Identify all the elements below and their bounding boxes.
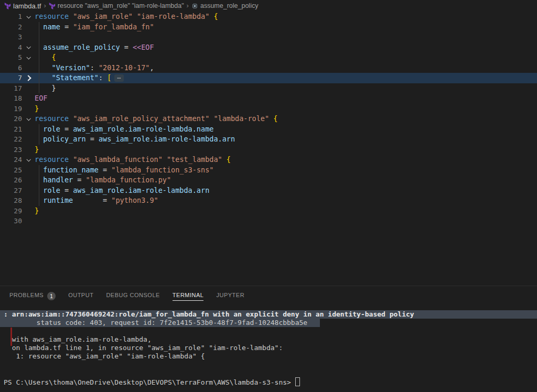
code-text: }	[35, 104, 537, 114]
code-line[interactable]: 22 policy_arn = aws_iam_role.iam-role-la…	[0, 134, 537, 145]
tab-output-label: OUTPUT	[68, 292, 93, 301]
line-number: 26	[0, 175, 22, 186]
code-text: assume_role_policy = <<EOF	[35, 42, 537, 53]
line-number: 28	[0, 195, 22, 206]
terraform-file-icon	[4, 3, 11, 9]
fold-spacer	[22, 93, 35, 104]
tab-jupyter-label: JUPYTER	[216, 292, 244, 301]
code-line[interactable]: 2 name = "iam_for_lambda_fn"	[0, 22, 537, 32]
breadcrumb-property-label: assume_role_policy	[200, 2, 258, 9]
line-number: 24	[0, 155, 22, 165]
code-line[interactable]: 20resource "aws_iam_role_policy_attachme…	[0, 114, 537, 124]
terminal-line: : arn:aws:iam::747360469242:role/iam_for…	[0, 310, 537, 319]
code-text: role = aws_iam_role.iam-role-lambda.arn	[35, 186, 537, 196]
tab-problems[interactable]: PROBLEMS 1	[9, 286, 56, 306]
tab-terminal[interactable]: TERMINAL	[173, 286, 204, 306]
line-number: 3	[0, 32, 22, 42]
line-number: 21	[0, 124, 22, 135]
terminal-line: 1: resource "aws_iam_role" "iam-role-lam…	[0, 352, 537, 361]
code-text: role = aws_iam_role.iam-role-lambda.name	[35, 124, 537, 135]
terminal-prompt-line: PS C:\Users\thoma\OneDrive\Desktop\DEVOP…	[0, 377, 537, 386]
code-text: }	[35, 145, 537, 155]
fold-spacer	[22, 83, 35, 94]
fold-spacer	[22, 63, 35, 73]
line-number: 1	[0, 12, 22, 22]
code-line[interactable]: 17 }	[0, 83, 537, 94]
fold-spacer	[22, 22, 35, 32]
code-text: resource "aws_lambda_function" "test_lam…	[35, 155, 537, 165]
code-line[interactable]: 3	[0, 32, 537, 42]
tab-jupyter[interactable]: JUPYTER	[216, 286, 244, 306]
bottom-panel: PROBLEMS 1 OUTPUT DEBUG CONSOLE TERMINAL…	[0, 286, 537, 392]
code-line[interactable]: 5 {	[0, 52, 537, 63]
line-number: 30	[0, 216, 22, 226]
tab-debug-console-label: DEBUG CONSOLE	[106, 292, 159, 301]
code-text	[35, 32, 537, 42]
breadcrumb-symbol-property[interactable]: assume_role_policy	[191, 2, 258, 9]
terminal-error-indicator	[10, 328, 12, 346]
fold-expand-icon[interactable]	[22, 12, 35, 22]
line-number: 5	[0, 52, 22, 63]
code-line[interactable]: 27 role = aws_iam_role.iam-role-lambda.a…	[0, 186, 537, 196]
fold-spacer	[22, 165, 35, 176]
tab-terminal-label: TERMINAL	[173, 292, 204, 301]
breadcrumb: lambda.tf › resource "aws_iam_role" "iam…	[0, 0, 537, 12]
fold-expand-icon[interactable]	[22, 42, 35, 53]
code-line[interactable]: 23}	[0, 145, 537, 155]
fold-collapsed-icon[interactable]	[22, 73, 35, 83]
tab-output[interactable]: OUTPUT	[68, 286, 93, 306]
breadcrumb-file[interactable]: lambda.tf	[4, 2, 41, 10]
code-line[interactable]: 26 handler = "lambda_function.py"	[0, 175, 537, 186]
line-number: 18	[0, 93, 22, 104]
line-number: 27	[0, 186, 22, 196]
terminal-line	[0, 327, 537, 335]
vscode-window: lambda.tf › resource "aws_iam_role" "iam…	[0, 0, 537, 392]
terminal[interactable]: : arn:aws:iam::747360469242:role/iam_for…	[0, 306, 537, 392]
line-number: 6	[0, 63, 22, 73]
code-text: runtime = "python3.9"	[35, 195, 537, 206]
breadcrumb-symbol-resource[interactable]: resource "aws_iam_role" "iam-role-lambda…	[49, 2, 184, 9]
code-line[interactable]: 4 assume_role_policy = <<EOF	[0, 42, 537, 53]
fold-spacer	[22, 175, 35, 186]
code-text: resource "aws_iam_role" "iam-role-lambda…	[35, 12, 537, 22]
code-text: "Version": "2012-10-17",	[35, 63, 537, 73]
symbol-field-icon	[191, 3, 198, 9]
line-number: 4	[0, 42, 22, 53]
code-text: }	[35, 206, 537, 216]
line-number: 22	[0, 134, 22, 145]
code-text: function_name = "lambda_function_s3-sns"	[35, 165, 537, 176]
fold-expand-icon[interactable]	[22, 114, 35, 124]
code-text: {	[35, 52, 537, 63]
code-editor[interactable]: 1resource "aws_iam_role" "iam-role-lambd…	[0, 12, 537, 286]
breadcrumb-resource-label: resource "aws_iam_role" "iam-role-lambda…	[58, 2, 184, 9]
code-line[interactable]: 30	[0, 216, 537, 226]
code-line[interactable]: 6 "Version": "2012-10-17",	[0, 63, 537, 73]
panel-tab-bar: PROBLEMS 1 OUTPUT DEBUG CONSOLE TERMINAL…	[0, 286, 537, 306]
terraform-icon	[49, 3, 56, 9]
code-line[interactable]: 25 function_name = "lambda_function_s3-s…	[0, 165, 537, 176]
line-number: 29	[0, 206, 22, 216]
code-line[interactable]: 19}	[0, 104, 537, 114]
line-number: 2	[0, 22, 22, 32]
line-number: 7	[0, 73, 22, 83]
code-line[interactable]: 21 role = aws_iam_role.iam-role-lambda.n…	[0, 124, 537, 135]
code-text	[35, 216, 537, 226]
code-line[interactable]: 1resource "aws_iam_role" "iam-role-lambd…	[0, 12, 537, 22]
fold-spacer	[22, 145, 35, 155]
fold-spacer	[22, 124, 35, 135]
code-line[interactable]: 18EOF	[0, 93, 537, 104]
code-text: EOF	[35, 93, 537, 104]
fold-expand-icon[interactable]	[22, 155, 35, 165]
line-number: 23	[0, 145, 22, 155]
code-line[interactable]: 24resource "aws_lambda_function" "test_l…	[0, 155, 537, 165]
line-number: 25	[0, 165, 22, 176]
terminal-line	[0, 361, 537, 369]
fold-spacer	[22, 206, 35, 216]
breadcrumb-file-label: lambda.tf	[13, 2, 41, 10]
tab-debug-console[interactable]: DEBUG CONSOLE	[106, 286, 159, 306]
code-line[interactable]: 29}	[0, 206, 537, 216]
code-line[interactable]: 28 runtime = "python3.9"	[0, 195, 537, 206]
code-line[interactable]: 7 "Statement": [⋯	[0, 73, 537, 83]
fold-expand-icon[interactable]	[22, 52, 35, 63]
code-text: name = "iam_for_lambda_fn"	[35, 22, 537, 32]
